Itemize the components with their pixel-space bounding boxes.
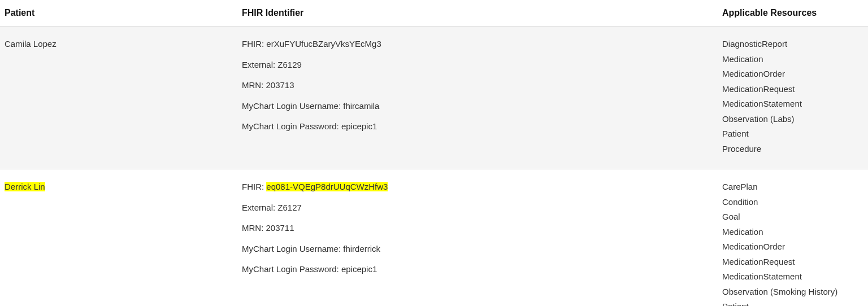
resource-item: Condition — [722, 196, 863, 209]
fhir-value: eq081-VQEgP8drUUqCWzHfw3 — [266, 182, 388, 191]
resource-item: MedicationRequest — [722, 256, 863, 269]
resource-item: MedicationStatement — [722, 270, 863, 283]
mychart-username: MyChart Login Username: fhircamila — [242, 100, 713, 113]
fhir-id: FHIR: erXuFYUfucBZaryVksYEcMg3 — [242, 38, 713, 51]
resources-cell: DiagnosticReport Medication MedicationOr… — [718, 27, 868, 169]
header-fhir: FHIR Identifier — [237, 0, 718, 27]
mrn-id: MRN: 203713 — [242, 79, 713, 92]
resource-item: Medication — [722, 53, 863, 66]
mychart-password: MyChart Login Password: epicepic1 — [242, 120, 713, 133]
resource-item: CarePlan — [722, 181, 863, 194]
patient-name: Derrick Lin — [5, 182, 45, 191]
header-patient: Patient — [0, 0, 237, 27]
resource-item: Goal — [722, 211, 863, 224]
table-row: Camila Lopez FHIR: erXuFYUfucBZaryVksYEc… — [0, 27, 868, 169]
fhir-label: FHIR: — [242, 39, 266, 49]
resource-item: Patient — [722, 128, 863, 141]
fhir-ids-cell: FHIR: erXuFYUfucBZaryVksYEcMg3 External:… — [237, 27, 718, 169]
resources-cell: CarePlan Condition Goal Medication Medic… — [718, 169, 868, 307]
header-resources: Applicable Resources — [718, 0, 868, 27]
fhir-value: erXuFYUfucBZaryVksYEcMg3 — [266, 39, 381, 49]
resource-item: Medication — [722, 226, 863, 239]
resource-item: MedicationOrder — [722, 241, 863, 253]
mrn-id: MRN: 203711 — [242, 222, 713, 235]
patient-name: Camila Lopez — [5, 39, 57, 49]
fhir-ids-cell: FHIR: eq081-VQEgP8drUUqCWzHfw3 External:… — [237, 169, 718, 307]
resource-item: Observation (Smoking History) — [722, 286, 863, 299]
mychart-password: MyChart Login Password: epicepic1 — [242, 263, 713, 276]
resource-item: MedicationOrder — [722, 68, 863, 81]
table-row: Derrick Lin FHIR: eq081-VQEgP8drUUqCWzHf… — [0, 169, 868, 307]
resource-item: DiagnosticReport — [722, 38, 863, 51]
resource-item: Observation (Labs) — [722, 113, 863, 126]
fhir-id: FHIR: eq081-VQEgP8drUUqCWzHfw3 — [242, 181, 713, 194]
mychart-username: MyChart Login Username: fhirderrick — [242, 243, 713, 256]
fhir-label: FHIR: — [242, 182, 266, 191]
resource-item: MedicationStatement — [722, 98, 863, 111]
resource-item: MedicationRequest — [722, 83, 863, 96]
external-id: External: Z6129 — [242, 59, 713, 72]
external-id: External: Z6127 — [242, 202, 713, 215]
resource-item: Procedure — [722, 143, 863, 156]
patient-name-cell: Derrick Lin — [0, 169, 237, 307]
resource-item: Patient — [722, 300, 863, 306]
patient-table: Patient FHIR Identifier Applicable Resou… — [0, 0, 868, 306]
patient-name-cell: Camila Lopez — [0, 27, 237, 169]
header-row: Patient FHIR Identifier Applicable Resou… — [0, 0, 868, 27]
